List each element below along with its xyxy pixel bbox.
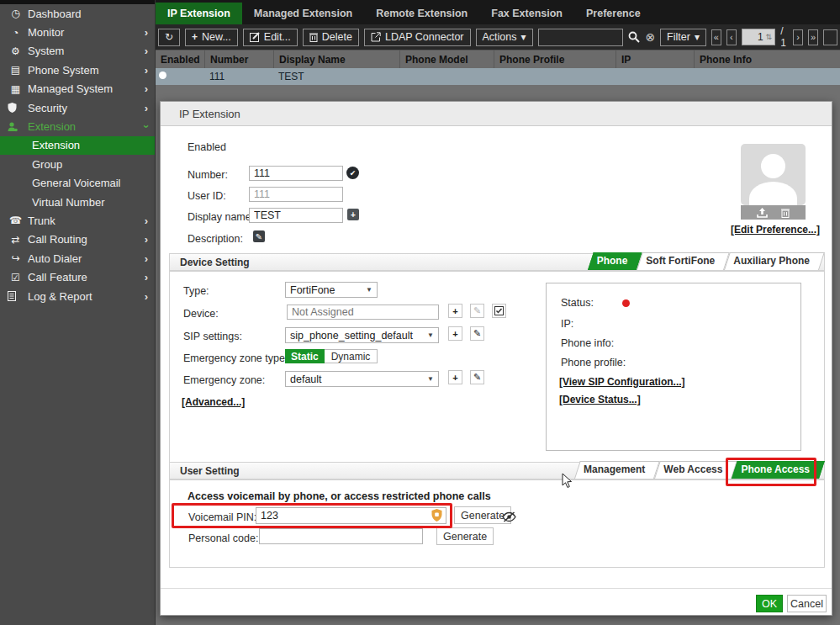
sidebar-item-managed-system[interactable]: ▦ Managed System › bbox=[0, 80, 155, 98]
tab-phone[interactable]: Phone bbox=[588, 252, 637, 270]
type-select[interactable]: FortiFone ▼ bbox=[285, 282, 378, 298]
phone-access-hint: Access voicemail by phone, or access res… bbox=[188, 490, 491, 502]
description-label: Description: bbox=[188, 233, 243, 245]
document-icon bbox=[8, 291, 24, 301]
last-page-button[interactable]: » bbox=[808, 29, 818, 45]
device-setting-bar: Device Setting Phone Soft FortiFone Auxi… bbox=[169, 253, 825, 271]
gear-icon: ⚙ bbox=[8, 45, 24, 57]
sidebar-item-label: Phone System bbox=[28, 64, 99, 77]
filter-button[interactable]: Filter ▾ bbox=[660, 29, 706, 46]
plus-square-icon[interactable]: + bbox=[347, 209, 359, 220]
tab-remote-extension[interactable]: Remote Extension bbox=[364, 3, 479, 24]
next-page-button[interactable]: › bbox=[793, 29, 803, 45]
column-header-phone-info[interactable]: Phone Info bbox=[694, 50, 840, 68]
ldap-connector-button[interactable]: LDAP Connector bbox=[364, 29, 471, 46]
voicemail-pin-input[interactable] bbox=[256, 507, 446, 524]
number-input[interactable] bbox=[249, 166, 343, 181]
tab-phone-access[interactable]: Phone Access bbox=[732, 461, 819, 479]
sidebar-item-label: Dashboard bbox=[28, 8, 82, 20]
dynamic-option[interactable]: Dynamic bbox=[325, 349, 378, 363]
prev-page-button[interactable]: ‹ bbox=[726, 29, 737, 45]
type-select-value: FortiFone bbox=[290, 284, 335, 296]
cancel-button[interactable]: Cancel bbox=[787, 595, 827, 612]
table-row[interactable]: 111 TEST bbox=[156, 68, 840, 85]
edit-emergency-zone-button[interactable]: ✎ bbox=[470, 370, 484, 384]
edit-description-icon[interactable]: ✎ bbox=[253, 230, 265, 242]
sidebar-item-trunk[interactable]: ☎ Trunk › bbox=[0, 211, 155, 230]
actions-button[interactable]: Actions ▾ bbox=[476, 29, 533, 46]
display-name-input[interactable] bbox=[249, 208, 343, 223]
sidebar-item-call-feature[interactable]: ☑ Call Feature › bbox=[0, 267, 155, 286]
edit-icon bbox=[250, 32, 260, 42]
column-header-phone-model[interactable]: Phone Model bbox=[399, 50, 494, 68]
tab-soft-fortifone[interactable]: Soft FortiFone bbox=[637, 252, 724, 270]
sidebar-item-extension-parent[interactable]: Extension › bbox=[0, 117, 155, 135]
device-status-link[interactable]: [Device Status...] bbox=[559, 394, 641, 405]
status-indicator bbox=[622, 299, 630, 307]
sidebar-item-auto-dialer[interactable]: ↪ Auto Dialer › bbox=[0, 249, 155, 267]
tab-preference[interactable]: Preference bbox=[574, 3, 652, 24]
add-sip-setting-button[interactable]: + bbox=[448, 326, 462, 341]
edit-button[interactable]: Edit... bbox=[243, 29, 298, 46]
shuffle-icon: ⇄ bbox=[8, 234, 24, 246]
edit-sip-setting-button[interactable]: ✎ bbox=[470, 326, 484, 341]
sidebar-item-log-report[interactable]: Log & Report › bbox=[0, 287, 155, 305]
tab-managed-extension[interactable]: Managed Extension bbox=[242, 3, 364, 24]
sidebar-item-call-routing[interactable]: ⇄ Call Routing › bbox=[0, 230, 155, 249]
emergency-zone-select[interactable]: default ▼ bbox=[285, 371, 439, 387]
page-number-input[interactable]: 1 ⇅ bbox=[742, 29, 775, 45]
tab-fax-extension[interactable]: Fax Extension bbox=[479, 3, 574, 24]
ok-button[interactable]: OK bbox=[756, 595, 783, 612]
sidebar-item-system[interactable]: ⚙ System › bbox=[0, 42, 155, 61]
chevron-right-icon: › bbox=[145, 27, 148, 38]
personal-code-input[interactable] bbox=[259, 528, 423, 544]
column-header-ip[interactable]: IP bbox=[615, 50, 694, 68]
delete-avatar-icon[interactable] bbox=[781, 208, 790, 218]
assign-device-button[interactable] bbox=[492, 304, 506, 318]
chevron-right-icon: › bbox=[145, 234, 148, 245]
column-header-number[interactable]: Number bbox=[204, 50, 273, 68]
table-header: Enabled Number Display Name Phone Model … bbox=[156, 50, 840, 68]
device-label: Device: bbox=[183, 308, 219, 320]
refresh-button[interactable]: ↻ bbox=[158, 29, 180, 46]
upload-icon[interactable] bbox=[757, 208, 768, 218]
sidebar-item-dashboard[interactable]: ◷ Dashboard bbox=[0, 4, 155, 23]
advanced-link[interactable]: [Advanced...] bbox=[182, 396, 245, 408]
column-header-enabled[interactable]: Enabled bbox=[156, 50, 204, 68]
sidebar-item-phone-system[interactable]: ▤ Phone System › bbox=[0, 61, 155, 79]
column-header-display-name[interactable]: Display Name bbox=[273, 50, 399, 68]
eye-slash-icon[interactable] bbox=[502, 511, 516, 522]
sip-settings-select[interactable]: sip_phone_setting_default ▼ bbox=[285, 327, 439, 343]
add-emergency-zone-button[interactable]: + bbox=[448, 370, 462, 384]
static-option[interactable]: Static bbox=[285, 349, 325, 363]
sidebar-item-virtual-number[interactable]: Virtual Number bbox=[0, 193, 155, 211]
view-sip-configuration-link[interactable]: [View SIP Configuration...] bbox=[559, 376, 685, 388]
new-button[interactable]: + New... bbox=[185, 29, 238, 46]
sidebar-item-extension[interactable]: Extension bbox=[0, 136, 155, 155]
sidebar-item-monitor[interactable]: ◔ Monitor › bbox=[0, 23, 155, 41]
tab-auxiliary-phone[interactable]: Auxiliary Phone bbox=[724, 252, 819, 270]
sidebar-item-security[interactable]: Security › bbox=[0, 98, 155, 117]
search-input[interactable] bbox=[539, 31, 623, 43]
spinner-icon[interactable]: ⇅ bbox=[766, 33, 773, 41]
column-header-phone-profile[interactable]: Phone Profile bbox=[494, 50, 615, 68]
tab-management[interactable]: Management bbox=[574, 461, 654, 479]
clear-search-icon[interactable]: ⊗ bbox=[645, 30, 655, 44]
generate-code-button[interactable]: Generate bbox=[436, 527, 494, 545]
search-icon[interactable] bbox=[628, 31, 640, 43]
add-device-button[interactable]: + bbox=[448, 304, 462, 318]
sidebar-item-group[interactable]: Group bbox=[0, 155, 155, 173]
chevron-right-icon: › bbox=[145, 45, 148, 56]
more-button[interactable] bbox=[823, 29, 837, 45]
user-setting-bar: User Setting Management Web Access Phone… bbox=[169, 462, 825, 479]
chevron-right-icon: › bbox=[145, 65, 148, 76]
delete-button[interactable]: Delete bbox=[303, 29, 359, 46]
tab-ip-extension[interactable]: IP Extension bbox=[156, 3, 242, 24]
first-page-button[interactable]: « bbox=[711, 29, 721, 45]
trash-icon bbox=[309, 32, 318, 42]
edit-preference-link[interactable]: [Edit Preference...] bbox=[731, 224, 820, 236]
enabled-label: Enabled bbox=[188, 141, 226, 153]
tab-web-access[interactable]: Web Access bbox=[654, 461, 732, 479]
sidebar-item-general-voicemail[interactable]: General Voicemail bbox=[0, 174, 155, 193]
avatar-head bbox=[761, 154, 785, 178]
